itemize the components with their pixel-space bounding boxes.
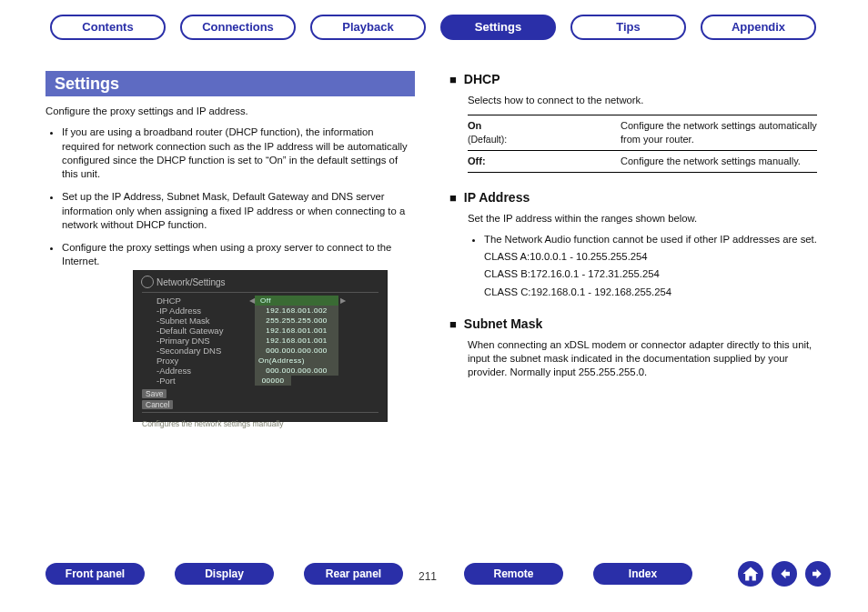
index-button[interactable]: Index <box>593 563 692 585</box>
osd-row: ProxyOn(Address) <box>133 356 388 366</box>
class-c: CLASS C:192.168.0.1 - 192.168.255.254 <box>484 286 817 299</box>
osd-mockup: Network/Settings DHCPOff◀▶ -IP Address19… <box>133 270 388 422</box>
remote-button[interactable]: Remote <box>464 563 563 585</box>
class-b: CLASS B:172.16.0.1 - 172.31.255.254 <box>484 267 817 281</box>
ip-desc: Set the IP address within the ranges sho… <box>468 212 817 226</box>
class-a: CLASS A:10.0.0.1 - 10.255.255.254 <box>484 250 817 264</box>
osd-row: -Port00000 <box>133 376 388 386</box>
rear-panel-button[interactable]: Rear panel <box>304 563 403 585</box>
left-column: Configure the proxy settings and IP addr… <box>45 105 409 278</box>
osd-save: Save <box>142 389 167 398</box>
tab-tips[interactable]: Tips <box>570 15 686 40</box>
osd-row-dhcp: DHCPOff◀▶ <box>133 296 388 306</box>
osd-row: -IP Address192.168.001.002 <box>133 306 388 316</box>
ip-block: IP Address Set the IP address within the… <box>449 189 817 299</box>
dhcp-heading: DHCP <box>449 71 817 88</box>
arrow-left-icon <box>776 566 792 582</box>
osd-title: Network/Settings <box>133 270 388 289</box>
intro-text: Configure the proxy settings and IP addr… <box>45 105 409 118</box>
front-panel-button[interactable]: Front panel <box>45 563 145 585</box>
bullet-3: Configure the proxy settings when using … <box>62 241 409 269</box>
globe-icon <box>141 276 154 288</box>
bullet-1: If you are using a broadband router (DHC… <box>62 125 409 181</box>
osd-cancel: Cancel <box>142 400 173 409</box>
osd-footer: Configures the network settings manually <box>133 416 388 428</box>
dhcp-block: DHCP Selects how to connect to the netwo… <box>449 71 817 173</box>
ip-heading: IP Address <box>449 189 817 206</box>
tab-playback[interactable]: Playback <box>310 15 426 40</box>
display-button[interactable]: Display <box>175 563 274 585</box>
tab-connections[interactable]: Connections <box>180 15 296 40</box>
dhcp-options-table: On(Default): Configure the network setti… <box>468 115 817 173</box>
tab-appendix[interactable]: Appendix <box>701 15 816 40</box>
dhcp-desc: Selects how to connect to the network. <box>468 94 817 107</box>
home-icon <box>742 565 760 583</box>
section-title: Settings <box>45 71 415 96</box>
osd-row: -Default Gateway192.168.001.001 <box>133 326 388 336</box>
subnet-desc: When connecting an xDSL modem or connect… <box>468 338 817 380</box>
ip-note: The Network Audio function cannot be use… <box>484 233 817 246</box>
osd-row: -Secondary DNS000.000.000.000 <box>133 346 388 356</box>
right-column: DHCP Selects how to connect to the netwo… <box>449 71 817 396</box>
osd-row: -Address000.000.000.000 <box>133 366 388 376</box>
subnet-block: Subnet Mask When connecting an xDSL mode… <box>449 316 817 380</box>
next-button[interactable] <box>805 561 831 587</box>
prev-button[interactable] <box>772 561 797 587</box>
osd-row: -Primary DNS192.168.001.001 <box>133 336 388 346</box>
page-number: 211 <box>419 570 437 583</box>
tab-contents[interactable]: Contents <box>50 15 166 40</box>
arrow-right-icon <box>810 566 826 582</box>
home-button[interactable] <box>738 561 763 587</box>
bullet-2: Set up the IP Address, Subnet Mask, Defa… <box>62 190 409 232</box>
nav-tabs: Contents Connections Playback Settings T… <box>0 15 868 40</box>
osd-row: -Subnet Mask255.255.255.000 <box>133 316 388 326</box>
subnet-heading: Subnet Mask <box>449 316 817 333</box>
tab-settings[interactable]: Settings <box>440 15 556 40</box>
